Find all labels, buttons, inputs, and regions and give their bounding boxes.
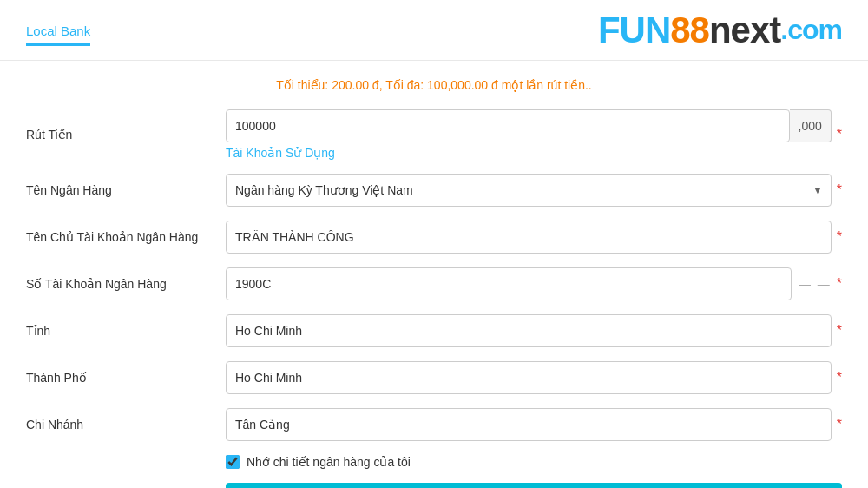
bank-name-row: Tên Ngân Hàng Ngân hàng Kỳ Thương Việt N… bbox=[26, 174, 842, 207]
logo-next: next bbox=[709, 10, 780, 51]
logo-dotcom: .com bbox=[780, 14, 842, 46]
chi-nhanh-input[interactable] bbox=[226, 408, 832, 441]
tinh-field bbox=[226, 314, 832, 347]
tab-local-bank[interactable]: Local Bank bbox=[26, 23, 90, 46]
account-link[interactable]: Tài Khoản Sử Dụng bbox=[226, 146, 832, 160]
remember-row: Nhớ chi tiết ngân hàng của tôi bbox=[226, 455, 842, 469]
account-mask: — — bbox=[799, 277, 832, 291]
chi-nhanh-label: Chi Nhánh bbox=[26, 418, 226, 432]
required-star-rut: * bbox=[837, 127, 842, 142]
chi-nhanh-row: Chi Nhánh * bbox=[26, 408, 842, 441]
amount-suffix: ,000 bbox=[790, 109, 832, 142]
chi-nhanh-field bbox=[226, 408, 832, 441]
submit-button[interactable]: CHUYỂN! bbox=[226, 483, 842, 488]
bank-name-field: Ngân hàng Kỳ Thương Việt Nam Ngân hàng V… bbox=[226, 174, 832, 207]
header: Local Bank FUN 88 next .com bbox=[0, 0, 868, 61]
tinh-input[interactable] bbox=[226, 314, 832, 347]
tinh-label: Tỉnh bbox=[26, 324, 226, 338]
rut-tien-field: ,000 Tài Khoản Sử Dụng bbox=[226, 109, 832, 160]
thanh-pho-label: Thành Phố bbox=[26, 371, 226, 385]
account-holder-field bbox=[226, 221, 832, 254]
rut-tien-row: Rút Tiền ,000 Tài Khoản Sử Dụng * bbox=[26, 109, 842, 160]
bank-name-select[interactable]: Ngân hàng Kỳ Thương Việt Nam Ngân hàng V… bbox=[226, 174, 832, 207]
logo-fun: FUN bbox=[598, 10, 670, 51]
account-holder-row: Tên Chủ Tài Khoản Ngân Hàng * bbox=[26, 221, 842, 254]
account-holder-input[interactable] bbox=[226, 221, 832, 254]
thanh-pho-row: Thành Phố * bbox=[26, 361, 842, 394]
main-content: Tối thiểu: 200.00 đ, Tối đa: 100,000.00 … bbox=[0, 61, 868, 488]
bank-name-label: Tên Ngân Hàng bbox=[26, 183, 226, 197]
logo: FUN 88 next .com bbox=[598, 10, 842, 51]
account-number-input[interactable] bbox=[226, 267, 792, 300]
logo-88: 88 bbox=[670, 10, 709, 51]
info-text: Tối thiểu: 200.00 đ, Tối đa: 100,000.00 … bbox=[26, 78, 842, 92]
account-holder-label: Tên Chủ Tài Khoản Ngân Hàng bbox=[26, 230, 226, 244]
required-star-holder: * bbox=[837, 229, 842, 245]
thanh-pho-field bbox=[226, 361, 832, 394]
required-star-number: * bbox=[837, 276, 842, 292]
rut-tien-input[interactable] bbox=[226, 109, 790, 142]
remember-checkbox[interactable] bbox=[226, 455, 240, 469]
tinh-row: Tỉnh * bbox=[26, 314, 842, 347]
tab-local-bank-label: Local Bank bbox=[26, 23, 90, 38]
thanh-pho-input[interactable] bbox=[226, 361, 832, 394]
required-star-tinh: * bbox=[837, 323, 842, 339]
account-number-row: Số Tài Khoản Ngân Hàng — — * bbox=[26, 267, 842, 300]
required-star-chi: * bbox=[837, 417, 842, 432]
required-star-thanh: * bbox=[837, 370, 842, 386]
account-number-field: — — bbox=[226, 267, 832, 300]
remember-label[interactable]: Nhớ chi tiết ngân hàng của tôi bbox=[247, 455, 411, 469]
rut-tien-label: Rút Tiền bbox=[26, 128, 226, 142]
account-number-label: Số Tài Khoản Ngân Hàng bbox=[26, 277, 226, 291]
required-star-bank: * bbox=[837, 182, 842, 198]
